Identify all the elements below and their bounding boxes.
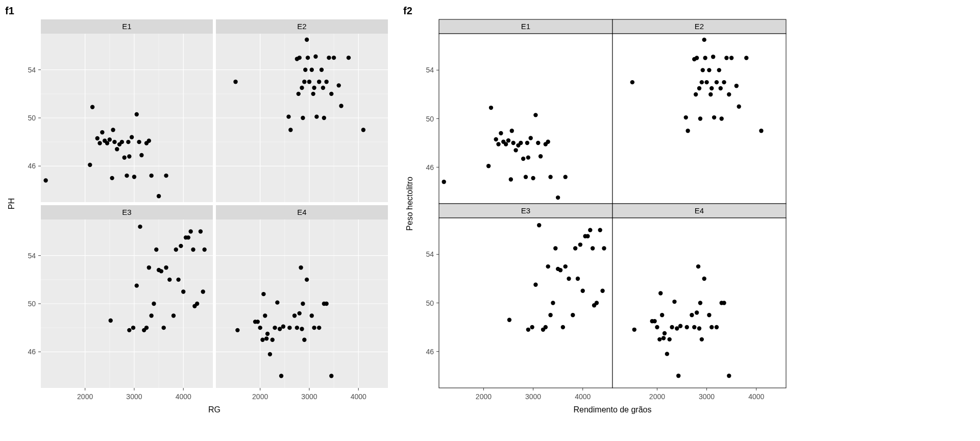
svg-point-69 xyxy=(300,86,304,90)
svg-text:54: 54 xyxy=(426,250,434,258)
svg-point-319 xyxy=(632,328,636,332)
svg-point-132 xyxy=(195,302,199,306)
svg-point-87 xyxy=(329,92,333,96)
svg-point-36 xyxy=(135,112,139,116)
svg-point-301 xyxy=(598,228,602,232)
svg-text:54: 54 xyxy=(28,252,36,260)
svg-point-303 xyxy=(602,246,606,250)
svg-point-72 xyxy=(303,68,307,72)
svg-point-124 xyxy=(176,278,180,282)
svg-point-74 xyxy=(306,56,310,60)
svg-point-343 xyxy=(702,277,706,281)
svg-point-338 xyxy=(695,310,699,314)
svg-point-32 xyxy=(126,140,130,144)
svg-point-259 xyxy=(715,80,719,84)
svg-point-27 xyxy=(115,147,119,151)
svg-point-22 xyxy=(105,141,109,145)
svg-point-242 xyxy=(684,115,688,119)
svg-point-116 xyxy=(154,248,158,252)
svg-text:3000: 3000 xyxy=(699,393,715,401)
svg-point-161 xyxy=(235,328,239,332)
svg-point-223 xyxy=(531,176,535,180)
svg-point-254 xyxy=(707,68,711,72)
svg-point-218 xyxy=(521,157,525,161)
svg-point-110 xyxy=(138,225,142,229)
svg-point-122 xyxy=(172,313,176,317)
svg-point-167 xyxy=(263,313,267,317)
svg-point-302 xyxy=(600,289,604,293)
svg-point-256 xyxy=(709,86,714,90)
svg-point-173 xyxy=(275,300,279,304)
svg-point-349 xyxy=(727,374,731,378)
svg-point-248 xyxy=(698,116,702,120)
svg-text:4000: 4000 xyxy=(176,393,191,401)
svg-text:3000: 3000 xyxy=(525,393,541,401)
svg-point-292 xyxy=(576,277,580,281)
svg-point-71 xyxy=(302,80,306,84)
svg-point-229 xyxy=(548,175,552,179)
svg-point-220 xyxy=(525,141,529,145)
svg-point-274 xyxy=(507,318,511,322)
svg-point-224 xyxy=(533,113,537,117)
svg-point-333 xyxy=(676,374,680,378)
svg-point-219 xyxy=(524,175,528,179)
svg-point-275 xyxy=(526,328,530,332)
svg-point-121 xyxy=(167,278,172,282)
svg-point-329 xyxy=(668,337,672,341)
svg-text:RG: RG xyxy=(208,405,220,414)
svg-point-213 xyxy=(510,129,514,133)
svg-point-225 xyxy=(536,141,540,145)
svg-point-25 xyxy=(111,128,115,132)
svg-point-82 xyxy=(320,68,324,72)
svg-point-172 xyxy=(273,326,277,330)
svg-point-345 xyxy=(709,325,714,329)
svg-point-246 xyxy=(695,56,699,60)
svg-point-252 xyxy=(703,56,707,60)
svg-text:E4: E4 xyxy=(297,208,306,216)
svg-text:3000: 3000 xyxy=(126,393,142,401)
svg-point-191 xyxy=(329,374,333,378)
svg-point-24 xyxy=(110,176,114,180)
svg-point-30 xyxy=(122,156,126,160)
svg-point-337 xyxy=(692,325,696,329)
svg-point-166 xyxy=(261,292,265,296)
svg-point-184 xyxy=(302,338,306,342)
svg-point-88 xyxy=(332,56,336,60)
svg-point-17 xyxy=(90,105,94,109)
svg-point-261 xyxy=(719,86,723,90)
svg-point-114 xyxy=(149,313,153,317)
svg-point-164 xyxy=(258,326,262,330)
svg-point-266 xyxy=(729,56,733,60)
svg-point-183 xyxy=(301,302,305,306)
chart-f2: Peso hectolitroRendimento de grãosE14650… xyxy=(403,5,791,419)
svg-point-328 xyxy=(665,352,669,356)
svg-point-79 xyxy=(313,55,317,59)
svg-point-205 xyxy=(489,106,493,110)
chart-f1: PHRGE1465054E2E3200030004000465054E42000… xyxy=(5,5,393,419)
svg-point-67 xyxy=(297,92,301,96)
svg-point-210 xyxy=(504,142,508,146)
svg-point-135 xyxy=(202,248,206,252)
svg-point-247 xyxy=(697,86,701,90)
svg-text:2000: 2000 xyxy=(476,393,492,401)
svg-point-20 xyxy=(100,130,104,134)
svg-point-113 xyxy=(147,265,151,270)
svg-point-298 xyxy=(591,246,595,250)
svg-point-178 xyxy=(292,313,297,317)
svg-point-23 xyxy=(108,137,112,141)
svg-point-222 xyxy=(529,136,533,140)
svg-point-163 xyxy=(256,320,260,324)
svg-point-262 xyxy=(720,116,724,120)
svg-point-339 xyxy=(696,264,700,268)
svg-text:E2: E2 xyxy=(695,22,704,31)
svg-point-263 xyxy=(722,80,726,84)
svg-point-341 xyxy=(698,301,702,305)
svg-text:3000: 3000 xyxy=(301,393,317,401)
svg-point-327 xyxy=(663,331,667,335)
svg-point-250 xyxy=(701,68,705,72)
svg-point-90 xyxy=(339,104,343,108)
svg-point-171 xyxy=(271,338,275,342)
svg-point-332 xyxy=(675,326,679,330)
svg-point-290 xyxy=(571,313,575,317)
svg-point-251 xyxy=(702,38,706,42)
